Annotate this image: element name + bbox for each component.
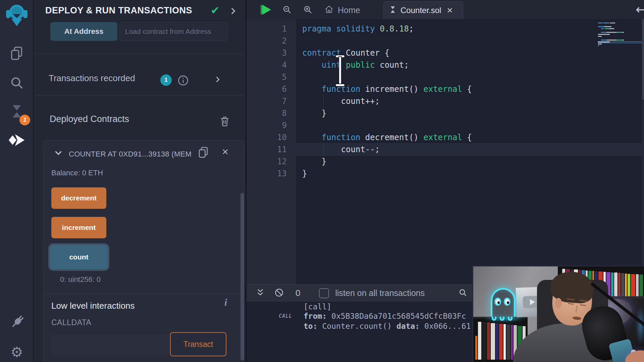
transact-button[interactable]: Transact <box>170 332 226 356</box>
copy-address-icon[interactable] <box>197 146 210 160</box>
home-icon <box>324 5 334 15</box>
contract-balance: Balance: 0 ETH <box>51 169 103 177</box>
tab-home[interactable]: Home <box>324 3 374 17</box>
call-bracket-label: [call] <box>304 302 331 311</box>
remix-ide-window: 1 ⚙ DEPLOY & RUN TRANSACTIONS ✔ <box>0 0 644 362</box>
run-script-play-icon[interactable] <box>261 5 272 15</box>
search-icon[interactable] <box>0 75 34 90</box>
code-editor[interactable]: 12345678910111213 pragma solidity 0.8.18… <box>247 19 644 284</box>
transactions-chevron-icon[interactable] <box>214 76 221 84</box>
load-contract-address-input[interactable] <box>119 22 227 41</box>
calldata-input[interactable] <box>51 334 169 354</box>
panel-expand-chevron-icon[interactable] <box>229 7 237 17</box>
deployed-contracts-title: Deployed Contracts <box>50 114 129 124</box>
tab-counter-sol[interactable]: Counter.sol ✕ <box>383 1 463 19</box>
to-value: Counter.count() <box>322 322 392 330</box>
calldata-label: CALLDATA <box>51 318 91 327</box>
log-to-line: to: Counter.count() data: 0x066...61 <box>304 322 471 330</box>
text-cursor-pointer <box>334 55 346 86</box>
data-value: 0x066...61 <box>424 322 471 330</box>
close-tab-icon[interactable]: ✕ <box>446 6 453 15</box>
deployed-contract-card: COUNTER AT 0XD91...39138 (MEM ✕ Balance:… <box>43 140 244 362</box>
zoom-in-icon[interactable] <box>303 5 313 16</box>
solidity-file-icon <box>389 6 396 15</box>
transactions-count-badge: 1 <box>160 74 172 86</box>
webcam-overlay <box>472 265 644 362</box>
contract-instance-title[interactable]: COUNTER AT 0XD91...39138 (MEM <box>69 150 192 159</box>
icon-rail: 1 ⚙ <box>0 0 34 362</box>
info-circle-icon[interactable] <box>177 74 189 88</box>
code-lines[interactable]: pragma solidity 0.8.18;contract Counter … <box>302 23 472 180</box>
listen-checkbox[interactable] <box>319 288 329 298</box>
contract-collapse-chevron-icon[interactable] <box>54 148 63 159</box>
plugin-manager-icon[interactable] <box>0 314 34 331</box>
terminal-search-icon <box>458 288 468 299</box>
zoom-out-icon[interactable] <box>282 5 292 16</box>
trash-icon[interactable] <box>219 115 231 129</box>
compiler-badge: 1 <box>19 115 30 125</box>
play-logo-icon <box>530 299 535 305</box>
line-numbers: 12345678910111213 <box>247 23 287 180</box>
deploy-run-panel: DEPLOY & RUN TRANSACTIONS ✔ At Address T… <box>34 0 246 362</box>
listen-label: listen on all transactions <box>335 288 425 298</box>
from-value: 0x5B38Da6a701c568545dCfcB03Fc <box>331 312 466 320</box>
editor-tabbar: Home Counter.sol ✕ ← <box>247 0 644 19</box>
home-tab-label: Home <box>338 5 360 15</box>
file-explorer-icon[interactable] <box>0 46 34 61</box>
editor-scrollbar[interactable] <box>642 19 644 284</box>
neon-ghost-lamp <box>491 288 516 317</box>
deploy-run-icon[interactable] <box>0 133 34 147</box>
increment-function-button[interactable]: increment <box>51 217 106 238</box>
check-icon: ✔ <box>211 4 220 17</box>
call-badge: CALL <box>279 313 292 319</box>
count-return-value: 0: uint256: 0 <box>60 275 101 284</box>
log-from-line: from: 0x5B38Da6a701c568545dCfcB03Fc <box>304 312 466 320</box>
low-level-interactions-title: Low level interactions <box>51 301 135 311</box>
decrement-function-button[interactable]: decrement <box>51 187 106 209</box>
presenter-ear <box>555 298 562 308</box>
remix-logo-icon[interactable] <box>4 3 30 29</box>
panel-title: DEPLOY & RUN TRANSACTIONS <box>45 5 192 16</box>
remove-contract-icon[interactable]: ✕ <box>222 147 229 157</box>
arrow-left-icon[interactable]: ← <box>636 2 644 17</box>
low-level-info-icon[interactable]: i <box>224 297 227 308</box>
from-label: from: <box>304 312 327 320</box>
at-address-button[interactable]: At Address <box>50 22 117 41</box>
file-tab-label: Counter.sol <box>400 6 441 15</box>
panel-scrollbar[interactable] <box>240 193 244 360</box>
count-function-button[interactable]: count <box>50 245 108 269</box>
transactions-recorded-label: Transactions recorded <box>49 73 135 83</box>
data-label: data: <box>396 322 420 330</box>
to-label: to: <box>304 322 318 330</box>
settings-gear-icon[interactable]: ⚙ <box>0 344 34 360</box>
pending-tx-count: 0 <box>296 288 300 298</box>
clear-console-ban-icon[interactable] <box>274 288 284 299</box>
minimap[interactable] <box>598 22 643 47</box>
terminal-collapse-icon[interactable] <box>256 288 265 298</box>
